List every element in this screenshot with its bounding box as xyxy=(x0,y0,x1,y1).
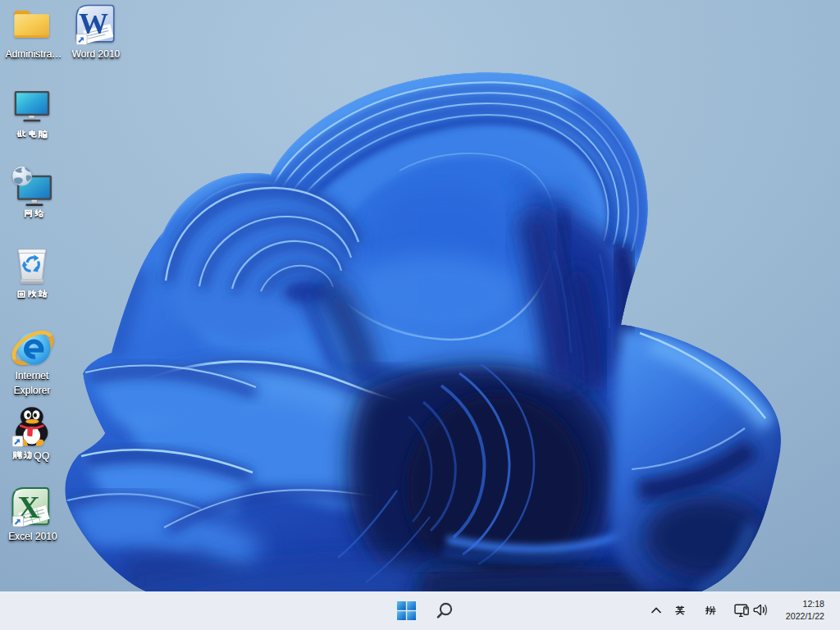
svg-text:Explorer: Explorer xyxy=(14,385,51,396)
svg-text:Excel 2010: Excel 2010 xyxy=(8,531,57,542)
svg-text:12:18: 12:18 xyxy=(802,599,824,609)
svg-text:Internet: Internet xyxy=(16,370,49,381)
svg-text:QQ: QQ xyxy=(34,450,50,462)
svg-text:2022/1/22: 2022/1/22 xyxy=(786,611,824,621)
svg-text:Administra…: Administra… xyxy=(6,48,62,60)
svg-text:Word 2010: Word 2010 xyxy=(72,48,121,60)
